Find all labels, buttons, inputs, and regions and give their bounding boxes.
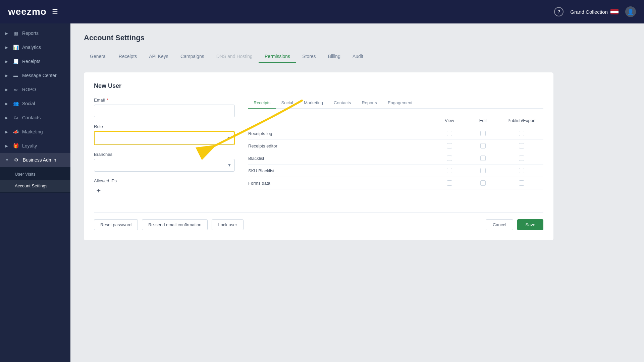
branches-select[interactable] xyxy=(94,159,235,172)
tab-billing[interactable]: Billing xyxy=(322,50,346,63)
help-button[interactable]: ? xyxy=(554,7,564,16)
sidebar-sub-item-user-visits[interactable]: User Visits xyxy=(0,168,70,180)
col-header-view: View xyxy=(433,118,466,123)
form-left-panel: Email * Role ▼ xyxy=(94,98,235,202)
tab-dns-hosting: DNS and Hosting xyxy=(210,50,259,63)
col-header-edit: Edit xyxy=(466,118,500,123)
permissions-panel: Receipts Social Marketing Contacts Repor… xyxy=(248,98,543,202)
main-tabs: General Receipts API Keys Campaigns DNS … xyxy=(84,50,631,63)
branches-select-wrapper: ▼ xyxy=(94,159,235,172)
perm-tab-receipts[interactable]: Receipts xyxy=(248,98,276,109)
resend-email-button[interactable]: Re-send email confirmation xyxy=(142,219,208,230)
perm-view-checkbox[interactable] xyxy=(447,168,452,173)
sidebar-item-marketing[interactable]: ▶ 📣 Marketing xyxy=(0,125,70,139)
perm-edit-checkbox[interactable] xyxy=(480,168,486,173)
perm-publish-cell xyxy=(500,180,543,186)
user-avatar[interactable]: 👤 xyxy=(625,6,636,17)
tab-general[interactable]: General xyxy=(84,50,113,63)
hamburger-menu-icon[interactable]: ☰ xyxy=(52,8,58,16)
allowed-ips-group: Allowed IPs + xyxy=(94,178,235,195)
ropo-icon: ∞ xyxy=(13,86,19,93)
marketing-icon: 📣 xyxy=(13,129,19,135)
perm-row-label: SKU Blacklist xyxy=(248,168,433,173)
tab-audit[interactable]: Audit xyxy=(346,50,369,63)
perm-tab-contacts[interactable]: Contacts xyxy=(328,98,356,109)
cancel-button[interactable]: Cancel xyxy=(486,219,513,230)
sidebar-item-reports[interactable]: ▶ ▦ Reports xyxy=(0,26,70,40)
sidebar-sub-label: User Visits xyxy=(15,172,36,177)
flag-icon xyxy=(610,9,619,14)
perm-publish-cell xyxy=(500,143,543,148)
sidebar-item-contacts[interactable]: ▶ 🗂 Contacts xyxy=(0,111,70,125)
reset-password-button[interactable]: Reset password xyxy=(94,219,138,230)
top-navigation: weezmo ☰ ? Grand Collection 👤 xyxy=(0,0,644,23)
perm-publish-checkbox[interactable] xyxy=(519,131,524,136)
perm-edit-checkbox[interactable] xyxy=(480,156,486,161)
tab-permissions[interactable]: Permissions xyxy=(259,50,296,63)
email-field-group: Email * xyxy=(94,98,235,117)
lock-user-button[interactable]: Lock user xyxy=(212,219,243,230)
sidebar-sub-item-account-settings[interactable]: Account Settings xyxy=(0,180,70,192)
perm-edit-checkbox[interactable] xyxy=(480,143,486,148)
sidebar-item-receipts[interactable]: ▶ 🧾 Receipts xyxy=(0,54,70,68)
tab-stores[interactable]: Stores xyxy=(296,50,322,63)
perm-edit-checkbox[interactable] xyxy=(480,180,486,186)
tab-api-keys[interactable]: API Keys xyxy=(143,50,174,63)
perm-tab-marketing[interactable]: Marketing xyxy=(299,98,328,109)
perm-row-label: Receipts log xyxy=(248,131,433,136)
page-title: Account Settings xyxy=(84,34,631,42)
tab-receipts[interactable]: Receipts xyxy=(113,50,143,63)
collection-selector[interactable]: Grand Collection xyxy=(570,9,619,15)
perm-publish-checkbox[interactable] xyxy=(519,156,524,161)
perm-view-checkbox[interactable] xyxy=(447,180,452,186)
add-ip-button[interactable]: + xyxy=(94,186,103,195)
perm-row-label: Receipts editor xyxy=(248,143,433,148)
perm-row-receipts-log: Receipts log xyxy=(248,127,543,140)
chevron-right-icon: ▶ xyxy=(5,74,8,77)
perm-view-cell xyxy=(433,131,466,136)
sidebar-item-message-center[interactable]: ▶ ▬ Message Center xyxy=(0,68,70,82)
role-field-group: Role ▼ xyxy=(94,124,235,145)
chevron-right-icon: ▶ xyxy=(5,60,8,63)
perm-row-sku-blacklist: SKU Blacklist xyxy=(248,165,543,177)
main-layout: ▶ ▦ Reports ▶ 📊 Analytics ▶ 🧾 Receipts ▶… xyxy=(0,23,644,362)
perm-publish-checkbox[interactable] xyxy=(519,143,524,148)
perm-edit-checkbox[interactable] xyxy=(480,131,486,136)
perm-edit-cell xyxy=(466,180,500,186)
perm-tab-reports[interactable]: Reports xyxy=(356,98,382,109)
sidebar-submenu-business-admin: User Visits Account Settings xyxy=(0,167,70,193)
perm-row-label: Forms data xyxy=(248,181,433,186)
perm-view-checkbox[interactable] xyxy=(447,131,452,136)
sidebar-item-analytics[interactable]: ▶ 📊 Analytics xyxy=(0,40,70,54)
save-button[interactable]: Save xyxy=(517,219,543,230)
perm-tab-social[interactable]: Social xyxy=(276,98,299,109)
perm-view-cell xyxy=(433,168,466,173)
permissions-tabs: Receipts Social Marketing Contacts Repor… xyxy=(248,98,543,109)
chevron-right-icon: ▶ xyxy=(5,46,8,49)
perm-row-blacklist: Blacklist xyxy=(248,152,543,165)
perm-publish-checkbox[interactable] xyxy=(519,168,524,173)
perm-view-checkbox[interactable] xyxy=(447,156,452,161)
perm-edit-cell xyxy=(466,156,500,161)
perm-publish-cell xyxy=(500,156,543,161)
perm-row-forms-data: Forms data xyxy=(248,177,543,189)
tab-campaigns[interactable]: Campaigns xyxy=(174,50,210,63)
social-icon: 👥 xyxy=(13,101,19,107)
receipts-icon: 🧾 xyxy=(13,58,19,64)
role-label: Role xyxy=(94,124,235,129)
role-select[interactable] xyxy=(95,132,234,144)
sidebar-item-loyalty[interactable]: ▶ 🎁 Loyalty xyxy=(0,139,70,153)
perm-view-checkbox[interactable] xyxy=(447,143,452,148)
sidebar-item-social[interactable]: ▶ 👥 Social xyxy=(0,97,70,111)
collection-name: Grand Collection xyxy=(570,9,608,15)
sidebar-item-label: Contacts xyxy=(22,115,41,120)
perm-publish-checkbox[interactable] xyxy=(519,180,524,186)
sidebar-item-business-admin[interactable]: ▼ ⚙ Business Admin xyxy=(0,153,70,167)
sidebar-item-ropo[interactable]: ▶ ∞ ROPO xyxy=(0,82,70,97)
perm-row-receipts-editor: Receipts editor xyxy=(248,140,543,152)
chevron-right-icon: ▶ xyxy=(5,32,8,35)
perm-tab-engagement[interactable]: Engagement xyxy=(382,98,418,109)
sidebar-item-label: Marketing xyxy=(22,129,43,134)
sidebar-item-label: Analytics xyxy=(22,45,41,50)
email-input[interactable] xyxy=(94,105,235,117)
